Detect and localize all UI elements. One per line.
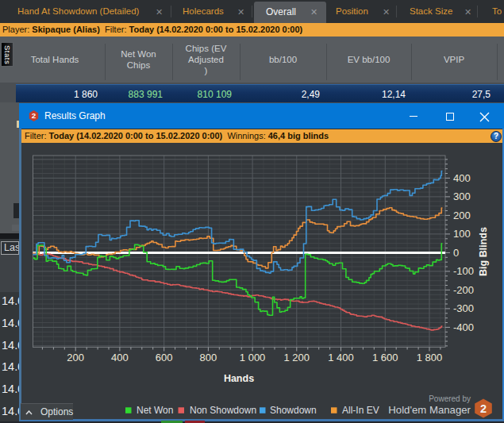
svg-text:-100: -100 xyxy=(453,265,474,277)
svg-text:1 000: 1 000 xyxy=(240,352,266,363)
svg-text:1 600: 1 600 xyxy=(372,352,398,363)
svg-text:300: 300 xyxy=(453,190,471,202)
svg-text:-200: -200 xyxy=(453,284,474,296)
svg-text:Net Won: Net Won xyxy=(137,405,173,416)
svg-text:Non Showdown: Non Showdown xyxy=(190,405,256,416)
svg-text:2: 2 xyxy=(480,402,487,415)
svg-text:400: 400 xyxy=(111,352,129,363)
svg-text:600: 600 xyxy=(156,352,173,363)
svg-text:400: 400 xyxy=(453,172,471,184)
svg-text:-400: -400 xyxy=(453,321,474,333)
svg-text:2: 2 xyxy=(32,111,37,120)
svg-text:Powered by: Powered by xyxy=(429,394,471,403)
svg-text:800: 800 xyxy=(200,352,217,363)
svg-text:200: 200 xyxy=(67,352,84,363)
svg-text:Big Blinds: Big Blinds xyxy=(478,227,489,276)
svg-text:1 400: 1 400 xyxy=(328,352,354,363)
svg-text:Hold'em Manager: Hold'em Manager xyxy=(388,404,471,416)
svg-text:Hands: Hands xyxy=(224,373,254,384)
svg-text:Showdown: Showdown xyxy=(270,405,317,416)
svg-text:All-In EV: All-In EV xyxy=(342,405,379,416)
svg-text:100: 100 xyxy=(453,228,471,240)
svg-text:1 800: 1 800 xyxy=(417,352,443,363)
svg-text:-300: -300 xyxy=(453,302,474,314)
svg-text:1 200: 1 200 xyxy=(284,352,310,363)
svg-text:0: 0 xyxy=(453,247,459,259)
svg-text:200: 200 xyxy=(453,210,471,221)
